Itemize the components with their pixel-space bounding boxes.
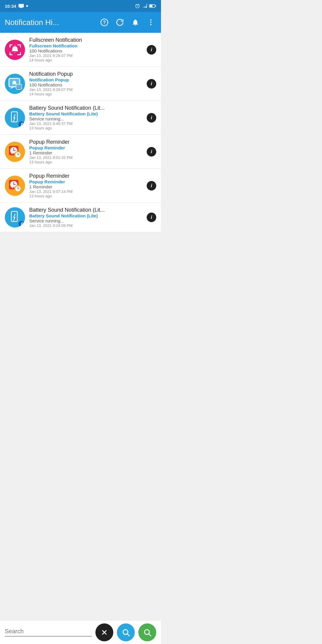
list-item[interactable]: Notification Popup Notification Popup 10… bbox=[0, 67, 161, 101]
svg-marker-9 bbox=[145, 4, 147, 8]
svg-rect-13 bbox=[150, 5, 153, 7]
more-options-button[interactable] bbox=[145, 17, 156, 28]
svg-point-18 bbox=[150, 24, 151, 25]
status-bar-right bbox=[135, 3, 156, 9]
item-subtitle: Popup Reminder bbox=[29, 179, 143, 184]
list-item[interactable]: Fullscreen Notification Fullscreen Notif… bbox=[0, 33, 161, 67]
item-app-name: Notification Popup bbox=[29, 71, 143, 77]
item-count: 1 Reminder bbox=[29, 184, 143, 189]
help-button[interactable]: ? bbox=[99, 17, 110, 28]
svg-rect-25 bbox=[17, 54, 20, 55]
item-subtitle: Battery Sound Notification (Lite) bbox=[29, 111, 143, 116]
item-content: Notification Popup Notification Popup 10… bbox=[29, 71, 143, 96]
battery-icon bbox=[149, 4, 156, 8]
item-subtitle: Popup Reminder bbox=[29, 145, 143, 150]
dot-indicator bbox=[26, 5, 28, 7]
item-ago: 13 hours ago bbox=[29, 194, 143, 198]
item-app-name: Battery Sound Notification (Lit... bbox=[29, 207, 143, 213]
list-item[interactable]: Battery Sound Notification (Lit... Batte… bbox=[0, 203, 161, 232]
svg-rect-21 bbox=[17, 44, 20, 45]
info-button[interactable]: i bbox=[147, 113, 156, 123]
time-display: 10:34 bbox=[5, 4, 16, 9]
item-date: Jan 13, 2021 8:29:07 PM bbox=[29, 53, 143, 58]
svg-rect-12 bbox=[155, 5, 156, 7]
app-bar: Notification Hi... ? bbox=[0, 12, 161, 33]
svg-rect-24 bbox=[10, 52, 10, 55]
item-subtitle: Fullscreen Notification bbox=[29, 43, 143, 48]
music-badge2 bbox=[18, 221, 24, 227]
item-content: Popup Reminder Popup Reminder 1 Reminder… bbox=[29, 173, 143, 198]
item-date: Jan 13, 2021 9:07:14 PM bbox=[29, 189, 143, 194]
item-count: 100 Notifications bbox=[29, 82, 143, 87]
info-button[interactable]: i bbox=[147, 79, 156, 89]
item-app-name: Fullscreen Notification bbox=[29, 37, 143, 43]
item-date: Jan 13, 2021 8:40:37 PM bbox=[29, 121, 143, 126]
app-icon-fullscreen bbox=[5, 40, 25, 60]
item-date: Jan 13, 2021 8:29:07 PM bbox=[29, 87, 143, 92]
item-app-name: Popup Reminder bbox=[29, 173, 143, 179]
item-count: 100 Notifications bbox=[29, 48, 143, 53]
info-button[interactable]: i bbox=[147, 147, 156, 157]
item-app-name: Battery Sound Notification (Lit... bbox=[29, 105, 143, 111]
svg-rect-20 bbox=[10, 44, 10, 47]
app-title: Notification Hi... bbox=[5, 18, 94, 27]
item-ago: 13 hours ago bbox=[29, 126, 143, 130]
svg-rect-26 bbox=[20, 52, 21, 55]
signal-icon bbox=[142, 3, 147, 9]
list-item[interactable]: Popup Reminder Popup Reminder 1 Reminder… bbox=[0, 169, 161, 203]
item-content: Battery Sound Notification (Lit... Batte… bbox=[29, 207, 143, 228]
app-icon-battery2 bbox=[5, 207, 25, 227]
item-count: Service running... bbox=[29, 116, 143, 121]
svg-rect-0 bbox=[18, 4, 24, 7]
item-ago: 13 hours ago bbox=[29, 160, 143, 164]
status-bar-left: 10:34 bbox=[5, 4, 28, 9]
item-subtitle: Notification Popup bbox=[29, 77, 143, 82]
svg-text:?: ? bbox=[103, 20, 106, 25]
item-content: Battery Sound Notification (Lit... Batte… bbox=[29, 105, 143, 130]
item-date: Jan 13, 2021 9:01:32 PM bbox=[29, 155, 143, 160]
app-icon-battery bbox=[5, 108, 25, 128]
svg-marker-7 bbox=[143, 7, 144, 8]
music-badge bbox=[18, 121, 24, 127]
item-ago: 14 hours ago bbox=[29, 92, 143, 96]
list-item[interactable]: Battery Sound Notification (Lit... Batte… bbox=[0, 101, 161, 135]
item-count: Service running... bbox=[29, 218, 143, 223]
app-icon-reminder bbox=[5, 142, 25, 162]
status-bar: 10:34 bbox=[0, 0, 161, 12]
item-content: Fullscreen Notification Fullscreen Notif… bbox=[29, 37, 143, 62]
app-icon-reminder2 bbox=[5, 176, 25, 196]
alarm-icon bbox=[135, 3, 140, 9]
info-button[interactable]: i bbox=[147, 213, 156, 222]
info-button[interactable]: i bbox=[147, 45, 156, 55]
list-item[interactable]: Popup Reminder Popup Reminder 1 Reminder… bbox=[0, 135, 161, 169]
bell-button[interactable] bbox=[130, 17, 141, 28]
app-icon-popup bbox=[5, 74, 25, 94]
svg-rect-31 bbox=[17, 85, 21, 88]
svg-line-5 bbox=[136, 4, 136, 4]
svg-rect-32 bbox=[18, 89, 20, 90]
item-content: Popup Reminder Popup Reminder 1 Reminder… bbox=[29, 139, 143, 164]
item-subtitle: Battery Sound Notification (Lite) bbox=[29, 213, 143, 218]
item-app-name: Popup Reminder bbox=[29, 139, 143, 145]
notification-list: Fullscreen Notification Fullscreen Notif… bbox=[0, 33, 161, 258]
svg-rect-22 bbox=[20, 44, 21, 47]
item-date: Jan 13, 2021 9:24:09 PM bbox=[29, 223, 143, 228]
message-icon bbox=[18, 4, 24, 8]
info-button[interactable]: i bbox=[147, 181, 156, 191]
refresh-button[interactable] bbox=[114, 17, 125, 28]
svg-line-6 bbox=[139, 4, 139, 4]
item-ago: 14 hours ago bbox=[29, 58, 143, 62]
svg-point-16 bbox=[150, 19, 151, 21]
item-count: 1 Reminder bbox=[29, 150, 143, 155]
svg-point-17 bbox=[150, 22, 151, 23]
svg-marker-1 bbox=[20, 7, 22, 8]
svg-marker-8 bbox=[144, 6, 145, 8]
